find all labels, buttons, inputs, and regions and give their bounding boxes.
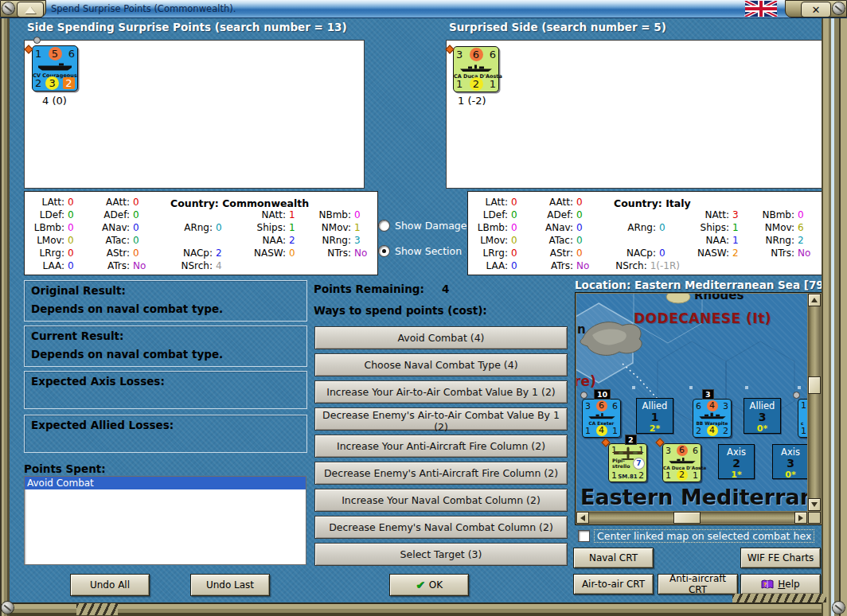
stat-value: 2: [216, 248, 236, 259]
naval-crt-button[interactable]: Naval CRT: [573, 548, 654, 568]
spend-option-button[interactable]: Increase Your Naval Combat Column (2): [314, 489, 568, 512]
minimize-button[interactable]: [17, 2, 44, 18]
stat-cell: [597, 234, 680, 247]
stat-label: NACp:: [597, 248, 656, 259]
points-remaining-label: Points Remaining:4: [314, 283, 449, 295]
stat-value: 0: [659, 222, 680, 233]
center-linked-map-checkbox[interactable]: Center linked map on selected combat hex: [579, 529, 814, 543]
cruiser-silhouette-icon: [454, 63, 498, 72]
stat-cell: [753, 196, 818, 209]
map-label-dodecanese: DODECANESE (It): [634, 310, 771, 326]
stat-label: ATrs:: [88, 260, 130, 271]
scroll-right-button[interactable]: [794, 512, 807, 524]
stat-label: AStr:: [532, 248, 573, 259]
stat-label: ATrs:: [532, 260, 573, 271]
hex-mark: [632, 386, 635, 389]
stat-cell: ARng:0: [597, 221, 680, 234]
stat-label: AAtt:: [532, 197, 573, 208]
map-counter-bb-warspite[interactable]: 643 BB Warspite 242: [693, 399, 732, 438]
screw-icon: [2, 2, 14, 14]
spend-option-button[interactable]: Decrease Enemy's Naval Combat Column (2): [314, 516, 568, 539]
spend-option-button[interactable]: Decrease Enemy's Air-to-Air Combat Value…: [314, 407, 568, 431]
stat-cell: NBmb:0: [753, 209, 818, 221]
stat-cell: [236, 259, 310, 272]
surprised-units-box[interactable]: [446, 40, 822, 189]
stat-value: No: [354, 248, 375, 259]
stat-label: LBmb:: [468, 222, 508, 233]
horizontal-scroll-thumb[interactable]: [673, 512, 701, 524]
close-button[interactable]: ✕: [801, 2, 831, 18]
spend-option-button[interactable]: Select Target (3): [314, 543, 568, 566]
spend-option-button[interactable]: Increase Your Air-to-Air Combat Value By…: [314, 380, 568, 404]
stat-cell: LBmb:0: [468, 221, 532, 234]
screw-icon: [833, 2, 845, 14]
screw-icon: [2, 602, 14, 614]
map-counter-ca-exeter[interactable]: 366 CA Exeter 141: [582, 399, 621, 438]
stat-cell: [310, 196, 375, 209]
map-viewport[interactable]: Rhodes DODECANESE (It) n re) 10 366 CA E…: [576, 294, 807, 511]
spend-option-button[interactable]: Decrease Enemy's Anti-Aircraft Fire Colu…: [314, 462, 568, 485]
allied-stack-counter[interactable]: Allied 1 2*: [636, 398, 673, 434]
rollup-triangle-icon: [25, 6, 36, 14]
stat-cell: ATac:0: [88, 234, 154, 247]
spend-option-button[interactable]: Avoid Combat (4): [314, 326, 568, 349]
stat-cell: LAtt:0: [468, 196, 532, 209]
points-spent-item-selected[interactable]: Avoid Combat: [25, 477, 306, 489]
stat-cell: LDef:0: [25, 209, 88, 221]
window-frame-bottom: [0, 602, 847, 616]
stat-cell: LRrg:0: [25, 247, 88, 259]
show-damage-radio[interactable]: Show Damage: [379, 220, 466, 232]
spend-option-button[interactable]: Choose Naval Combat Type (4): [314, 353, 568, 376]
stat-value: 0: [354, 209, 375, 220]
stat-cell: LAA:0: [25, 259, 88, 272]
stat-cell: LAtt:0: [25, 196, 88, 209]
expected-axis-losses-title: Expected Axis Losses:: [31, 375, 300, 388]
stat-value: No: [133, 260, 154, 271]
stat-label: ATac:: [88, 235, 130, 246]
map-vertical-scrollbar[interactable]: [808, 294, 821, 511]
title-bar[interactable]: Spend Surprise Points (Commonwealth).: [0, 0, 847, 18]
stat-label: NBmb:: [753, 209, 794, 220]
checkbox-label: Center linked map on selected combat hex: [594, 529, 814, 543]
stat-value: 0: [576, 209, 597, 220]
undo-all-button[interactable]: Undo All: [70, 574, 150, 596]
counter-value: 6: [68, 48, 75, 60]
map-counter-partial[interactable]: 1 c 1: [798, 399, 807, 438]
ok-button[interactable]: ✔ OK: [389, 574, 469, 596]
stat-value: 2: [289, 235, 310, 246]
stat-label: LAA:: [468, 260, 508, 271]
show-section-radio[interactable]: Show Section: [379, 245, 462, 257]
stat-value: 2: [732, 248, 753, 259]
scroll-left-button[interactable]: [576, 512, 589, 524]
undo-last-button[interactable]: Undo Last: [190, 574, 270, 596]
frame-ornament: [732, 594, 826, 602]
help-button[interactable]: ? Help: [740, 574, 821, 595]
stat-label: NASW:: [236, 248, 286, 259]
map-label-rhodes: Rhodes: [694, 294, 744, 302]
points-spent-list[interactable]: Avoid Combat: [24, 476, 306, 565]
allied-stack-counter[interactable]: Allied 3 0*: [744, 398, 781, 434]
scroll-up-button[interactable]: [808, 294, 821, 306]
wif-fe-charts-button[interactable]: WIF FE Charts: [740, 548, 821, 568]
stat-cell: [753, 259, 818, 272]
stat-label: NAA:: [236, 235, 286, 246]
map-counter-pipistrello-sm81[interactable]: 11 Pipi- strello 7 1SM.812: [608, 443, 647, 482]
spender-counter-caption: 4 (0): [42, 95, 67, 107]
map-horizontal-scrollbar[interactable]: [576, 512, 807, 524]
stat-cell: NAA:2: [236, 234, 310, 247]
stat-label: NAA:: [680, 235, 729, 246]
scroll-down-button[interactable]: [808, 498, 821, 511]
axis-stack-counter[interactable]: Axis 2 1*: [718, 444, 755, 479]
spend-option-button[interactable]: Increase Your Anti-Aircraft Fire Column …: [314, 435, 568, 458]
vertical-scroll-thumb[interactable]: [808, 376, 821, 394]
map-counter-ca-duca-daosta[interactable]: 366 CA Duca D'Aosta 121: [662, 443, 701, 482]
unit-counter-ca-duca-daosta[interactable]: 366 CA Duca D'Aosta 121: [453, 46, 499, 92]
axis-stack-counter[interactable]: Axis 3 0*: [772, 444, 807, 479]
stat-value: 1: [289, 209, 310, 220]
anti-aircraft-crt-button[interactable]: Anti-aircraft CRT: [658, 574, 738, 595]
unit-counter-cv-courageous[interactable]: 156 CV Courageous 232: [32, 45, 78, 92]
stat-cell: LDef:0: [468, 209, 532, 221]
counter-value-circle: 5: [49, 47, 62, 60]
air-to-air-crt-button[interactable]: Air-to-air CRT: [573, 574, 654, 595]
current-result-title: Current Result:: [31, 329, 300, 342]
